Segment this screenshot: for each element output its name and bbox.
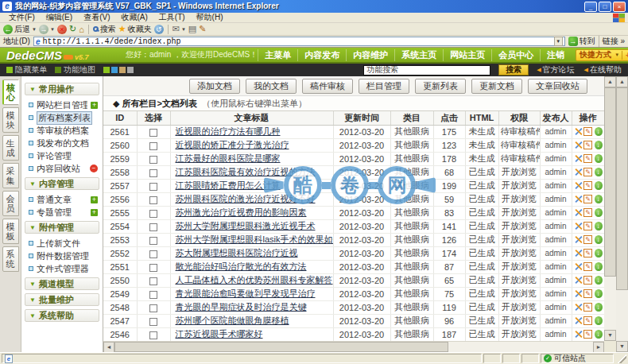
menu-item[interactable]: 编辑(E) [41, 12, 78, 23]
manage-icon[interactable] [574, 249, 582, 258]
doc-category[interactable]: 其他眼病 [390, 287, 433, 300]
top-nav-item[interactable]: 内容维护 [346, 49, 394, 61]
push-icon[interactable]: ↓ [595, 249, 603, 258]
row-checkbox[interactable] [149, 156, 157, 164]
scroll-left-icon[interactable]: ◄ [103, 342, 114, 353]
column-header[interactable]: 更新时间 [333, 111, 390, 125]
push-icon[interactable]: ↓ [595, 127, 603, 136]
function-search-button[interactable]: 搜索 [498, 64, 529, 76]
row-checkbox[interactable] [149, 183, 157, 191]
column-header[interactable]: 发布人 [540, 111, 572, 125]
doc-title-link[interactable]: 青光眼能治愈吗要做到早发现早治疗 [176, 288, 316, 298]
doc-title-link[interactable]: 苏州大学附属理想眼科激光近视手术 [176, 221, 316, 230]
manage-icon[interactable] [574, 181, 582, 190]
doc-category[interactable]: 其他眼病 [390, 219, 433, 233]
help-link[interactable]: ◀在线帮助 [584, 64, 622, 76]
sidebar-section-content[interactable]: ▼内容管理 [25, 177, 99, 190]
manage-icon[interactable] [574, 235, 582, 244]
sidebar-section-attachment[interactable]: ▼附件管理 [25, 221, 99, 234]
go-button[interactable]: →转到 [568, 36, 595, 47]
top-nav-item[interactable]: 注销 [540, 49, 571, 61]
mail-button[interactable]: ✉▼ [173, 24, 186, 34]
scroll-up-icon[interactable]: ▲ [616, 76, 628, 87]
links-label[interactable]: 链接 » [599, 36, 625, 47]
manage-icon[interactable] [574, 154, 582, 163]
doc-category[interactable]: 其他眼病 [390, 138, 433, 152]
push-icon[interactable]: ↓ [595, 208, 603, 217]
doc-category[interactable]: 其他眼病 [390, 300, 433, 314]
favorites-button[interactable]: ★收藏夹 [118, 24, 152, 35]
top-nav-item[interactable]: 内容发布 [297, 49, 346, 61]
edit-doc-icon[interactable]: ✎ [583, 168, 591, 176]
doc-title-link[interactable]: 苏州哪个医院能做眼角膜移植 [176, 316, 289, 325]
push-icon[interactable]: ↓ [595, 262, 603, 271]
edit-doc-icon[interactable]: ✎ [583, 154, 591, 163]
back-button[interactable]: ←后退▼ [3, 24, 37, 35]
edit-doc-icon[interactable]: ✎ [583, 141, 591, 149]
manage-icon[interactable] [574, 289, 582, 298]
doc-title-link[interactable]: 近视眼的治疗方法有哪几种 [176, 126, 281, 136]
manage-icon[interactable] [574, 195, 582, 203]
address-dropdown-icon[interactable]: ▼ [554, 37, 563, 46]
outer-vertical-scrollbar[interactable]: ▲ ▼ [616, 76, 628, 352]
sidebar-item[interactable]: 网站栏目管理+− [25, 99, 99, 111]
sidebar-item[interactable]: 内容回收站+− [25, 162, 99, 175]
row-checkbox[interactable] [149, 142, 157, 150]
doc-category[interactable]: 其他眼病 [390, 233, 433, 246]
action-button[interactable]: 添加文档 [189, 79, 240, 94]
doc-category[interactable]: 其他眼病 [390, 314, 433, 327]
action-button[interactable]: 更新文档 [471, 79, 522, 94]
skin-green-icon[interactable] [103, 67, 110, 73]
back-dropdown-icon[interactable]: ▼ [32, 27, 37, 32]
manage-icon[interactable] [574, 168, 582, 176]
menu-item[interactable]: 查看(V) [78, 12, 115, 23]
edit-button[interactable]: ✎ [199, 24, 206, 34]
push-icon[interactable]: ↓ [595, 154, 603, 163]
sidebar-item[interactable]: 文件式管理器+− [25, 262, 99, 275]
row-checkbox[interactable] [149, 169, 157, 177]
action-button[interactable]: 栏目管理 [359, 79, 409, 94]
scroll-right-icon[interactable]: ► [593, 342, 604, 353]
column-header[interactable]: 类目 [390, 111, 433, 125]
edit-doc-icon[interactable]: ✎ [583, 330, 591, 339]
push-icon[interactable]: ↓ [595, 222, 603, 230]
row-checkbox[interactable] [149, 210, 157, 218]
push-icon[interactable]: ↓ [595, 303, 603, 312]
row-checkbox[interactable] [149, 264, 157, 272]
shortcut-button[interactable]: 快捷方式 ▼ + [576, 49, 628, 61]
doc-category[interactable]: 其他眼病 [390, 192, 433, 206]
sidebar-item[interactable]: 附件数据管理+− [25, 250, 99, 262]
manage-icon[interactable] [574, 276, 582, 285]
search-button[interactable]: 搜索 [93, 24, 116, 35]
push-icon[interactable]: ↓ [595, 181, 603, 190]
add-icon[interactable]: + [91, 209, 98, 216]
column-header[interactable]: ID [103, 111, 137, 125]
push-icon[interactable]: ↓ [595, 330, 603, 339]
sidebar-item[interactable]: 普通文章+− [25, 193, 99, 206]
row-checkbox[interactable] [149, 291, 157, 299]
doc-category[interactable]: 其他眼病 [390, 206, 433, 219]
scroll-track[interactable] [604, 87, 616, 330]
doc-category[interactable]: 其他眼病 [390, 165, 433, 179]
sidebar-section-batch[interactable]: ▼批量维护 [25, 293, 99, 306]
manage-icon[interactable] [574, 141, 582, 149]
home-button[interactable]: ⌂ [79, 25, 84, 34]
doc-category[interactable]: 其他眼病 [390, 327, 433, 341]
doc-category[interactable]: 其他眼病 [390, 152, 433, 165]
menu-item[interactable]: 工具(T) [153, 12, 191, 23]
module-tab[interactable]: 模块 [2, 107, 19, 133]
column-header[interactable]: 点击 [433, 111, 465, 125]
top-nav-item[interactable]: 主菜单 [258, 49, 297, 61]
menu-item[interactable]: 收藏(A) [115, 12, 153, 23]
column-header[interactable]: HTML [465, 111, 498, 125]
doc-category[interactable]: 其他眼病 [390, 273, 433, 287]
sidebar-item[interactable]: 我发布的文档+− [25, 137, 99, 149]
edit-doc-icon[interactable]: ✎ [583, 127, 591, 136]
sidebar-section-channel[interactable]: ▼频道模型 [25, 277, 99, 290]
doc-title-link[interactable]: 苏州激光治疗近视费用的影响因素 [176, 207, 307, 217]
close-button[interactable]: × [613, 2, 626, 12]
doc-title-link[interactable]: 人工晶体植入术的优势苏州眼科专家解答 [176, 275, 333, 285]
doc-category[interactable]: 其他眼病 [390, 125, 433, 138]
inner-vertical-scrollbar[interactable]: ▲ ▼ [604, 76, 616, 352]
history-button[interactable]: ↺ [154, 25, 164, 34]
